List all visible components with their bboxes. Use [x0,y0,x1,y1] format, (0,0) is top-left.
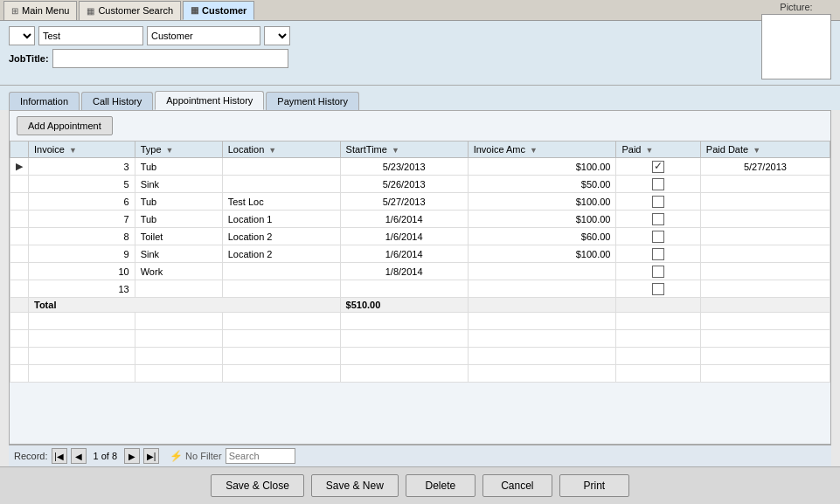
col-invoice-amount[interactable]: Invoice Amc ▼ [468,142,616,158]
table-row[interactable]: 6 Tub Test Loc 5/27/2013 $100.00 [10,193,830,211]
cell-starttime: 1/8/2014 [340,263,468,280]
tab-customer[interactable]: ▦ Customer [183,1,254,20]
paid-checkbox[interactable] [652,248,664,260]
suffix-select[interactable] [264,26,290,45]
table-row[interactable]: 8 Toilet Location 2 1/6/2014 $60.00 [10,228,830,245]
paid-checkbox[interactable] [652,266,664,278]
table-area: Add Appointment Invoice ▼ Type ▼ Locatio… [9,110,831,445]
row-indicator [10,193,29,211]
row-indicator [10,176,29,193]
cell-location [222,280,340,298]
add-appointment-button[interactable]: Add Appointment [17,116,113,135]
cell-invoice: 6 [29,193,135,211]
col-invoice[interactable]: Invoice ▼ [29,142,135,158]
table-row[interactable]: 13 [10,280,830,298]
last-name-input[interactable] [147,26,260,45]
content-tabs: Information Call History Appointment His… [0,86,840,110]
table-body: ▶ 3 Tub 5/23/2013 $100.00 5/27/2013 5 Si… [10,158,830,383]
col-paid[interactable]: Paid ▼ [616,142,700,158]
cell-starttime: 1/6/2014 [340,245,468,263]
cell-paid[interactable] [616,245,700,263]
table-header-row: Invoice ▼ Type ▼ Location ▼ StartTime ▼ … [10,142,830,158]
cell-paid[interactable] [616,263,700,280]
cell-paid-date [700,263,830,280]
cell-paid-date [700,228,830,245]
spacer-row [10,365,830,383]
cell-paid[interactable] [616,211,700,228]
spacer-row [10,313,830,330]
cell-amount [468,280,616,298]
row-indicator [10,263,29,280]
cell-location [222,176,340,193]
appointments-table: Invoice ▼ Type ▼ Location ▼ StartTime ▼ … [10,141,830,383]
paid-checkbox[interactable] [652,231,664,243]
col-location[interactable]: Location ▼ [222,142,340,158]
cell-starttime: 5/26/2013 [340,176,468,193]
nav-first-button[interactable]: |◀ [52,448,67,464]
cell-invoice: 3 [29,158,135,176]
paid-checkbox[interactable] [652,213,664,225]
paid-date-sort-icon: ▼ [753,146,760,155]
tab-main-menu[interactable]: ⊞ Main Menu [3,1,77,20]
first-name-input[interactable] [38,26,143,45]
col-starttime[interactable]: StartTime ▼ [340,142,468,158]
cell-paid-date [700,280,830,298]
data-table: Invoice ▼ Type ▼ Location ▼ StartTime ▼ … [10,141,830,444]
cell-paid[interactable] [616,158,700,176]
cell-paid[interactable] [616,176,700,193]
cell-amount: $100.00 [468,158,616,176]
nav-last-button[interactable]: ▶| [143,448,159,464]
main-window: JobTitle: Picture: Information Call Hist… [0,21,840,504]
cell-location [222,158,340,176]
tab-information[interactable]: Information [9,92,80,110]
cell-paid-date [700,193,830,211]
col-type[interactable]: Type ▼ [135,142,222,158]
table-row[interactable]: 9 Sink Location 2 1/6/2014 $100.00 [10,245,830,263]
cell-paid[interactable] [616,228,700,245]
cell-type: Tub [135,193,222,211]
nav-prev-button[interactable]: ◀ [71,448,87,464]
filter-icon: ⚡ [170,450,183,462]
cell-location: Test Loc [222,193,340,211]
paid-checkbox[interactable] [652,178,664,190]
col-paid-date[interactable]: Paid Date ▼ [700,142,830,158]
search-input[interactable] [226,448,295,464]
type-sort-icon: ▼ [166,146,174,155]
nav-next-button[interactable]: ▶ [124,448,140,464]
invoice-sort-icon: ▼ [69,146,77,155]
record-nav: Record: |◀ ◀ 1 of 8 ▶ ▶| ⚡ No Filter [9,445,831,466]
cell-type: Toilet [135,228,222,245]
tab-appointment-history[interactable]: Appointment History [155,91,264,110]
add-btn-row: Add Appointment [10,111,830,141]
jobtitle-label: JobTitle: [9,53,49,64]
total-amount: $510.00 [340,298,468,313]
paid-checkbox[interactable] [652,161,664,173]
cell-location [222,263,340,280]
cell-paid[interactable] [616,280,700,298]
cancel-button[interactable]: Cancel [482,474,552,497]
tab-payment-history[interactable]: Payment History [266,92,359,110]
tab-call-history[interactable]: Call History [81,92,153,110]
salutation-select[interactable] [9,26,35,45]
table-row[interactable]: 7 Tub Location 1 1/6/2014 $100.00 [10,211,830,228]
delete-button[interactable]: Delete [406,474,476,497]
cell-invoice: 7 [29,211,135,228]
cell-invoice: 10 [29,263,135,280]
cell-starttime: 1/6/2014 [340,228,468,245]
spacer-row [10,330,830,348]
save-close-button[interactable]: Save & Close [211,474,304,497]
paid-checkbox[interactable] [652,196,664,208]
table-row[interactable]: 5 Sink 5/26/2013 $50.00 [10,176,830,193]
jobtitle-input[interactable] [52,49,288,68]
cell-paid[interactable] [616,193,700,211]
cell-type: Tub [135,211,222,228]
save-new-button[interactable]: Save & New [311,474,399,497]
total-row: Total $510.00 [10,298,830,313]
cell-invoice: 9 [29,245,135,263]
table-row[interactable]: 10 Work 1/8/2014 [10,263,830,280]
tab-customer-search[interactable]: ▦ Customer Search [79,1,181,20]
paid-checkbox[interactable] [652,283,664,295]
print-button[interactable]: Print [559,474,629,497]
table-row[interactable]: ▶ 3 Tub 5/23/2013 $100.00 5/27/2013 [10,158,830,176]
cell-starttime: 1/6/2014 [340,211,468,228]
